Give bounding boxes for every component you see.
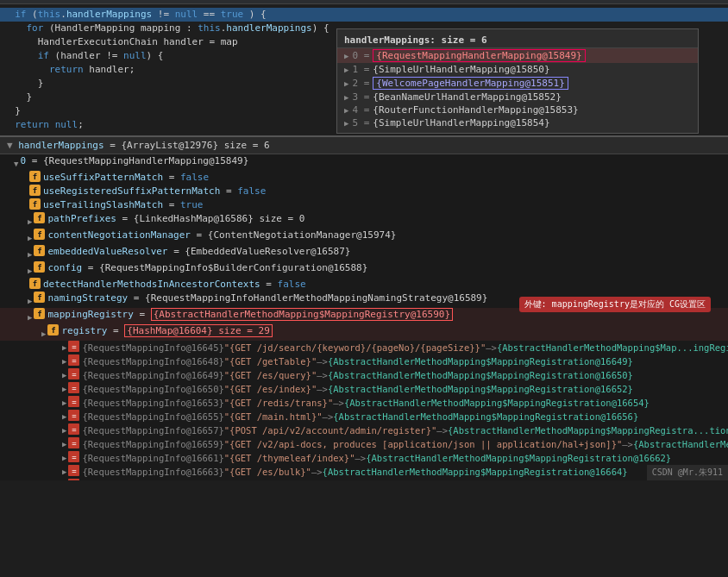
tooltip-item[interactable]: ▶ 5 = {SimpleUrlHandlerMapping@15854}: [337, 116, 698, 129]
field-icon: f: [34, 292, 45, 303]
tree-key-val: useSuffixPatternMatch = false: [43, 171, 209, 185]
item-label: {RouterFunctionHandlerMapping@15853}: [373, 104, 578, 116]
tree-key-val: contentNegotiationManager = {ContentNego…: [47, 229, 396, 242]
mapping-val: {AbstractHandlerMethodMapping$MappingReg…: [344, 396, 650, 410]
tree-arrow: ▶: [28, 310, 32, 324]
debug-tree-item: fuseRegisteredSuffixPatternMatch = false: [0, 185, 728, 198]
ref-id: {RequestMappingInfo@16653}: [82, 396, 223, 410]
tree-key-val: mappingRegistry = {AbstractHandlerMethod…: [47, 308, 453, 322]
tooltip-item[interactable]: ▶ 4 = {RouterFunctionHandlerMapping@1585…: [337, 103, 698, 116]
red-annotation: 外键: mappingRegistry是对应的 CG设置区: [519, 297, 711, 312]
eq-icon: =: [68, 368, 79, 379]
eq-icon: =: [68, 451, 79, 462]
item-arrow: ▶: [62, 465, 66, 479]
mapping-item: ▶ ={RequestMappingInfo@16653} "{GET /red…: [0, 396, 728, 410]
tree-key-val: useTrailingSlashMatch = true: [43, 198, 203, 212]
tree-arrow: ▶: [28, 248, 32, 261]
tree-key-val: embeddedValueResolver = {EmbeddedValueRe…: [47, 245, 350, 259]
tree-key-val: pathPrefixes = {LinkedHashMap@16586} siz…: [47, 212, 304, 226]
tooltip-item[interactable]: ▶ 1 = {SimpleUrlHandlerMapping@15850}: [337, 63, 698, 76]
mapping-item: ▶ ={RequestMappingInfo@16661} "{GET /thy…: [0, 451, 728, 465]
bottom-brand: CSDN @Mr.朱911: [647, 465, 728, 480]
debug-tree-item: ▶ fcontentNegotiationManager = {ContentN…: [0, 229, 728, 245]
item-index: 3 =: [352, 91, 369, 103]
mapping-key: "{GET /v2/api-docs, produces [applicatio…: [224, 437, 622, 451]
mapping-arrow: –>: [486, 341, 497, 354]
item-index: 4 =: [352, 104, 369, 116]
field-icon: f: [34, 229, 45, 240]
item-label: {WelcomePageHandlerMapping@15851}: [373, 77, 568, 90]
mapping-val: {AbstractHandlerMethodMapping$MappingReg…: [333, 410, 638, 423]
tooltip-item[interactable]: ▶ 3 = {BeanNameUrlHandlerMapping@15852}: [337, 91, 698, 103]
mapping-item: ▶ ={RequestMappingInfo@16650} "{GET /es/…: [0, 382, 728, 396]
debug-panel-header: ▼ handlerMappings = {ArrayList@12976} si…: [0, 137, 728, 154]
mapping-arrow: –>: [333, 396, 344, 410]
mapping-key: "{GET /es/index}": [224, 382, 317, 396]
mapping-key: "{GET /thymeleaf/index}": [224, 451, 355, 465]
debug-panel[interactable]: ▼ handlerMappings = {ArrayList@12976} si…: [0, 135, 728, 480]
tree-arrow: ▶: [28, 264, 32, 278]
mapping-arrow: –>: [311, 465, 323, 479]
ref-id: {RequestMappingInfo@16649}: [82, 368, 223, 382]
tree-key-val: detectHandlerMethodsInAncestorContexts =…: [43, 278, 306, 292]
tooltip-item[interactable]: ▶ 2 = {WelcomePageHandlerMapping@15851}: [337, 76, 698, 91]
item-index: 0 =: [352, 50, 369, 61]
debug-tree-item: ▶ fconfig = {RequestMappingInfo$BuilderC…: [0, 261, 728, 278]
ref-id: {RequestMappingInfo@16645}: [82, 341, 223, 354]
mapping-key: "{POST /api/v2/account/admin/register}": [224, 423, 437, 437]
eq-icon: =: [68, 410, 79, 421]
tooltip-items: ▶ 0 = {RequestMappingHandlerMapping@1584…: [337, 48, 698, 129]
mapping-val: {AbstractHandlerMethodMapping$MappingReg…: [448, 423, 728, 437]
debug-tree-item: fuseSuffixPatternMatch = false: [0, 171, 728, 185]
ref-id: {RequestMappingInfo@16661}: [82, 451, 223, 465]
item-arrow: ▶: [62, 437, 66, 451]
item-arrow: ▶: [62, 396, 66, 410]
debug-tree-item: ▶ fembeddedValueResolver = {EmbeddedValu…: [0, 245, 728, 261]
tree-key-val: useRegisteredSuffixPatternMatch = false: [43, 185, 266, 198]
ref-id: {RequestMappingInfo@16648}: [82, 354, 223, 368]
item-index: 1 =: [352, 64, 369, 75]
field-icon: f: [47, 324, 59, 336]
mapping-val: {AbstractHandlerMethodMapping$MappingReg…: [366, 451, 671, 465]
mapping-val: {AbstractHandlerMethodMapping$MappingReg…: [328, 368, 633, 382]
expand-arrow: ▶: [344, 93, 348, 102]
eq-icon: =: [68, 479, 79, 480]
item-label: {SimpleUrlHandlerMapping@15850}: [373, 64, 549, 75]
tooltip-item[interactable]: ▶ 0 = {RequestMappingHandlerMapping@1584…: [337, 48, 698, 63]
debug-tree-item: ▶ fpathPrefixes = {LinkedHashMap@16586} …: [0, 212, 728, 229]
eq-icon: =: [68, 437, 79, 448]
item-arrow: ▶: [62, 354, 66, 368]
mapping-key: "{GET /redis/trans}": [224, 396, 333, 410]
mapping-arrow: –>: [355, 451, 367, 465]
debug-tree-item: ▼ 0 = {RequestMappingHandlerMapping@1584…: [0, 154, 728, 171]
item-arrow: ▶: [62, 341, 66, 354]
mapping-item: ▶ ={RequestMappingInfo@16657} "{POST /ap…: [0, 423, 728, 437]
mapping-arrow: –>: [622, 437, 633, 451]
item-arrow: ▶: [62, 423, 66, 437]
mapping-key: "{GET /getTable}": [224, 354, 317, 368]
tree-arrow: ▶: [28, 231, 32, 245]
item-label: {RequestMappingHandlerMapping@15849}: [373, 49, 585, 62]
item-label: {SimpleUrlHandlerMapping@15854}: [373, 117, 549, 129]
ref-id: {RequestMappingInfo@16659}: [82, 437, 223, 451]
mapping-item: ▶ ={RequestMappingInfo@16655} "{GET /mai…: [0, 410, 728, 423]
mapping-key: "{GET /jd/search/{keyword}/{pageNo}/{pag…: [224, 341, 486, 354]
eq-icon: =: [68, 423, 79, 435]
expand-arrow: ▶: [344, 106, 348, 115]
tree-key-val: 0 = {RequestMappingHandlerMapping@15849}: [20, 154, 248, 168]
ref-id: {RequestMappingInfo@16655}: [82, 410, 223, 423]
mapping-val: {AbstractHandlerMethodMapping$MappingReg…: [339, 479, 644, 480]
item-arrow: ▶: [62, 410, 66, 423]
item-index: 5 =: [352, 117, 369, 129]
field-icon: f: [29, 198, 41, 210]
mapping-item: ▶ ={RequestMappingInfo@16645} "{GET /jd/…: [0, 341, 728, 354]
mapping-arrow: –>: [317, 354, 328, 368]
mapping-arrow: –>: [328, 479, 339, 480]
mapping-val: {AbstractHandlerMethodMapping$MappingReg…: [328, 354, 633, 368]
debug-tree-item: ▶ fregistry = {HashMap@16604} size = 29: [0, 324, 728, 341]
field-icon: f: [34, 245, 45, 256]
mapping-key: "{GET /es/query}": [224, 368, 317, 382]
mapping-item: ▶ ={RequestMappingInfo@16659} "{GET /v2/…: [0, 437, 728, 451]
mapping-arrow: –>: [436, 423, 448, 437]
field-icon: f: [34, 308, 45, 319]
